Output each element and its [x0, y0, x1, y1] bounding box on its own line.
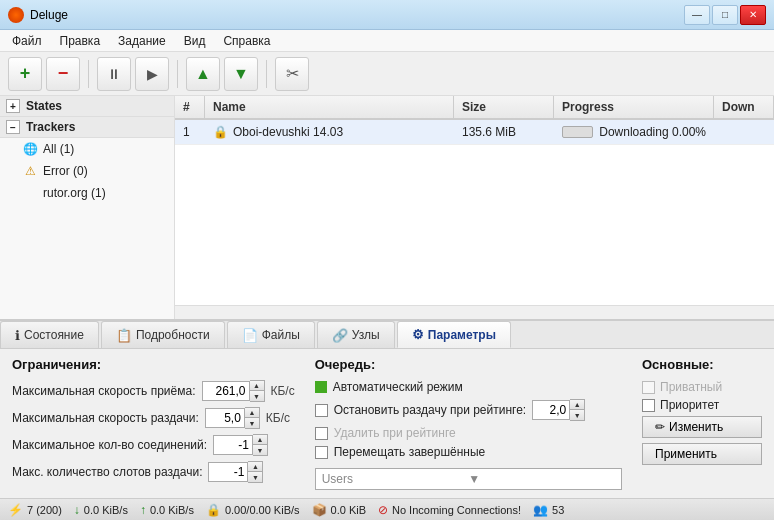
- separator-3: [266, 60, 267, 88]
- torrent-header: # Name Size Progress Down: [175, 96, 774, 120]
- queue-check-3[interactable]: [315, 446, 328, 459]
- limit-spin-up-0[interactable]: ▲: [250, 381, 264, 391]
- dropdown-arrow-icon: ▼: [468, 472, 615, 486]
- up-arrow-icon: ↑: [140, 503, 146, 517]
- resume-button[interactable]: ▶: [135, 57, 169, 91]
- queue-spin-input-1[interactable]: [532, 400, 570, 420]
- apply-button[interactable]: Применить: [642, 443, 762, 465]
- sidebar-item-all[interactable]: 🌐 All (1): [0, 138, 174, 160]
- queue-dropdown-value: Users: [322, 472, 469, 486]
- preferences-button[interactable]: ✂: [275, 57, 309, 91]
- menu-view[interactable]: Вид: [176, 32, 214, 50]
- settings-panel: Ограничения: Максимальная скорость приём…: [0, 349, 774, 498]
- limit-input-3[interactable]: [208, 462, 248, 482]
- states-toggle[interactable]: +: [6, 99, 20, 113]
- rutor-label: rutor.org (1): [43, 186, 106, 200]
- limit-spin-down-2[interactable]: ▼: [253, 445, 267, 455]
- menu-task[interactable]: Задание: [110, 32, 174, 50]
- move-down-button[interactable]: ▼: [224, 57, 258, 91]
- tab-files[interactable]: 📄 Файлы: [227, 321, 315, 348]
- limit-input-2[interactable]: [213, 435, 253, 455]
- edit-label: Изменить: [669, 420, 723, 434]
- limit-spin-3[interactable]: ▲ ▼: [208, 461, 263, 483]
- params-tab-icon: ⚙: [412, 327, 424, 342]
- private-check[interactable]: [642, 381, 655, 394]
- torrent-size: 135.6 MiB: [454, 120, 554, 144]
- limit-spin-down-0[interactable]: ▼: [250, 391, 264, 401]
- error-label: Error (0): [43, 164, 88, 178]
- nodes-tab-icon: 🔗: [332, 328, 348, 343]
- queue-label-0: Автоматический режим: [333, 380, 463, 394]
- sidebar-item-rutor[interactable]: rutor.org (1): [0, 182, 174, 204]
- limit-row-3: Макс. количество слотов раздачи: ▲ ▼: [12, 461, 295, 483]
- menu-file[interactable]: Файл: [4, 32, 50, 50]
- tab-nodes[interactable]: 🔗 Узлы: [317, 321, 395, 348]
- queue-label-2: Удалить при рейтинге: [334, 426, 456, 440]
- main-checkbox-0: Приватный: [642, 380, 762, 394]
- status-item-3: 🔒 0.00/0.00 KiB/s: [206, 503, 300, 517]
- package-icon: 📦: [312, 503, 327, 517]
- horizontal-scrollbar[interactable]: [175, 305, 774, 319]
- tab-status[interactable]: ℹ Состояние: [0, 321, 99, 348]
- menu-help[interactable]: Справка: [215, 32, 278, 50]
- tab-files-label: Файлы: [262, 328, 300, 342]
- limit-spin-up-2[interactable]: ▲: [253, 435, 267, 445]
- sidebar: + States − Trackers 🌐 All (1) ⚠ Error (0…: [0, 96, 175, 319]
- sidebar-section-trackers[interactable]: − Trackers: [0, 117, 174, 138]
- apply-label: Применить: [655, 447, 717, 461]
- queue-dropdown[interactable]: Users ▼: [315, 468, 622, 490]
- remove-torrent-button[interactable]: −: [46, 57, 80, 91]
- add-torrent-button[interactable]: +: [8, 57, 42, 91]
- limit-input-1[interactable]: [205, 408, 245, 428]
- limit-spin-0[interactable]: ▲ ▼: [202, 380, 265, 402]
- limit-spin-down-1[interactable]: ▼: [245, 418, 259, 428]
- torrents-icon: ⚡: [8, 503, 23, 517]
- queue-check-1[interactable]: [315, 404, 328, 417]
- tab-details-label: Подробности: [136, 328, 210, 342]
- limit-spin-up-3[interactable]: ▲: [248, 462, 262, 472]
- trackers-label: Trackers: [26, 120, 75, 134]
- limit-spin-up-1[interactable]: ▲: [245, 408, 259, 418]
- limit-spin-down-3[interactable]: ▼: [248, 472, 262, 482]
- main-checkbox-1: Приоритет: [642, 398, 762, 412]
- queue-spin-down-1[interactable]: ▼: [570, 410, 584, 420]
- error-icon: ⚠: [22, 163, 38, 179]
- status-bar: ⚡ 7 (200) ↓ 0.0 KiB/s ↑ 0.0 KiB/s 🔒 0.00…: [0, 498, 774, 520]
- tab-details[interactable]: 📋 Подробности: [101, 321, 225, 348]
- edit-icon: ✏: [655, 420, 665, 434]
- details-tab-icon: 📋: [116, 328, 132, 343]
- status-item-0: ⚡ 7 (200): [8, 503, 62, 517]
- priority-check[interactable]: [642, 399, 655, 412]
- close-button[interactable]: ✕: [740, 5, 766, 25]
- trackers-toggle[interactable]: −: [6, 120, 20, 134]
- pause-button[interactable]: ⏸: [97, 57, 131, 91]
- queue-check-2[interactable]: [315, 427, 328, 440]
- lock-icon: 🔒: [206, 503, 221, 517]
- torrent-name: 🔒 Oboi-devushki 14.03: [205, 120, 454, 144]
- sidebar-section-states[interactable]: + States: [0, 96, 174, 117]
- limit-label-3: Макс. количество слотов раздачи:: [12, 465, 202, 479]
- limit-row-1: Максимальная скорость раздачи: ▲ ▼ КБ/с: [12, 407, 295, 429]
- queue-spin-1[interactable]: ▲ ▼: [532, 399, 585, 421]
- move-up-button[interactable]: ▲: [186, 57, 220, 91]
- peers-count: 53: [552, 504, 564, 516]
- maximize-button[interactable]: □: [712, 5, 738, 25]
- torrents-count: 7 (200): [27, 504, 62, 516]
- queue-spin-up-1[interactable]: ▲: [570, 400, 584, 410]
- minimize-button[interactable]: —: [684, 5, 710, 25]
- limit-spin-2[interactable]: ▲ ▼: [213, 434, 268, 456]
- window-controls[interactable]: — □ ✕: [684, 5, 766, 25]
- limit-spin-1[interactable]: ▲ ▼: [205, 407, 260, 429]
- main-content: + States − Trackers 🌐 All (1) ⚠ Error (0…: [0, 96, 774, 319]
- menu-edit[interactable]: Правка: [52, 32, 109, 50]
- sidebar-item-error[interactable]: ⚠ Error (0): [0, 160, 174, 182]
- toolbar: + − ⏸ ▶ ▲ ▼ ✂: [0, 52, 774, 96]
- col-header-down: Down: [714, 96, 774, 118]
- limit-input-0[interactable]: [202, 381, 250, 401]
- queue-row-1: Остановить раздачу при рейтинге: ▲ ▼: [315, 399, 622, 421]
- table-row[interactable]: 1 🔒 Oboi-devushki 14.03 135.6 MiB Downlo…: [175, 120, 774, 145]
- limit-label-1: Максимальная скорость раздачи:: [12, 411, 199, 425]
- main-section: Основные: Приватный Приоритет ✏ Изменить…: [642, 357, 762, 490]
- edit-button[interactable]: ✏ Изменить: [642, 416, 762, 438]
- tab-params[interactable]: ⚙ Параметры: [397, 321, 511, 348]
